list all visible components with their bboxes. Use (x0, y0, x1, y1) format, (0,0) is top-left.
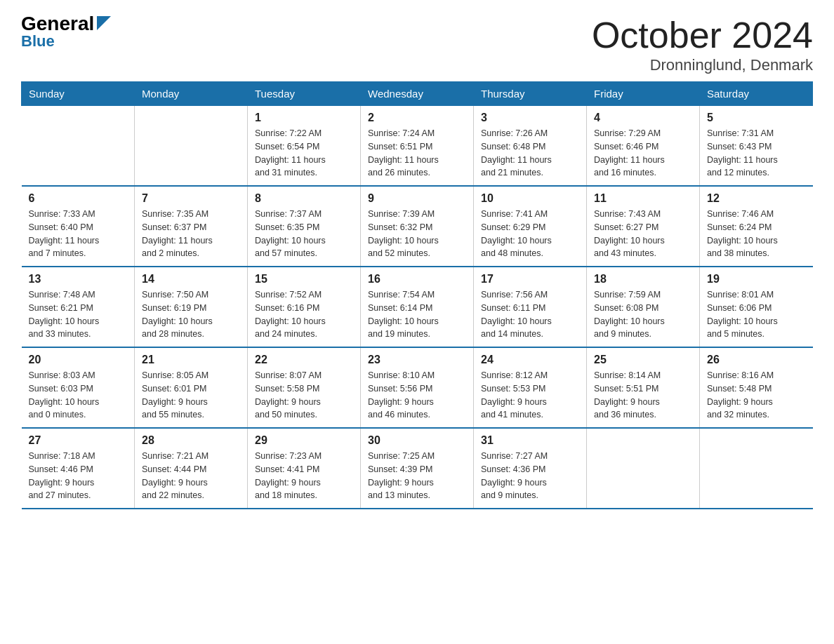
calendar-header-row: SundayMondayTuesdayWednesdayThursdayFrid… (22, 82, 813, 106)
day-info: Sunrise: 7:33 AMSunset: 6:40 PMDaylight:… (29, 208, 128, 260)
calendar-cell: 20Sunrise: 8:03 AMSunset: 6:03 PMDayligh… (22, 347, 135, 428)
day-info: Sunrise: 8:01 AMSunset: 6:06 PMDaylight:… (707, 288, 806, 341)
day-number: 19 (707, 273, 806, 286)
day-number: 8 (255, 192, 353, 205)
calendar-cell: 17Sunrise: 7:56 AMSunset: 6:11 PMDayligh… (474, 267, 587, 347)
header-wednesday: Wednesday (361, 82, 474, 106)
day-number: 4 (594, 112, 692, 124)
calendar-cell: 25Sunrise: 8:14 AMSunset: 5:51 PMDayligh… (587, 347, 700, 428)
calendar-cell: 18Sunrise: 7:59 AMSunset: 6:08 PMDayligh… (587, 267, 700, 347)
calendar-cell: 27Sunrise: 7:18 AMSunset: 4:46 PMDayligh… (22, 428, 135, 509)
day-info: Sunrise: 7:35 AMSunset: 6:37 PMDaylight:… (142, 208, 240, 260)
calendar-week-1: 1Sunrise: 7:22 AMSunset: 6:54 PMDaylight… (22, 106, 813, 187)
svg-marker-0 (97, 16, 111, 30)
day-info: Sunrise: 7:54 AMSunset: 6:14 PMDaylight:… (368, 288, 466, 341)
day-number: 18 (594, 273, 692, 286)
calendar-cell: 21Sunrise: 8:05 AMSunset: 6:01 PMDayligh… (135, 347, 248, 428)
day-info: Sunrise: 7:52 AMSunset: 6:16 PMDaylight:… (255, 288, 353, 341)
day-info: Sunrise: 7:50 AMSunset: 6:19 PMDaylight:… (142, 288, 240, 341)
calendar-cell: 30Sunrise: 7:25 AMSunset: 4:39 PMDayligh… (361, 428, 474, 509)
day-number: 30 (368, 434, 466, 447)
day-number: 11 (594, 192, 692, 205)
day-number: 21 (142, 354, 240, 366)
calendar-cell: 28Sunrise: 7:21 AMSunset: 4:44 PMDayligh… (135, 428, 248, 509)
calendar-cell (587, 428, 700, 509)
calendar-cell (135, 106, 248, 187)
day-number: 28 (142, 434, 240, 447)
calendar-week-3: 13Sunrise: 7:48 AMSunset: 6:21 PMDayligh… (22, 267, 813, 347)
calendar-cell: 2Sunrise: 7:24 AMSunset: 6:51 PMDaylight… (361, 106, 474, 187)
calendar-cell: 19Sunrise: 8:01 AMSunset: 6:06 PMDayligh… (700, 267, 813, 347)
title-block: October 2024 Dronninglund, Denmark (592, 14, 813, 74)
day-number: 22 (255, 354, 353, 366)
day-number: 16 (368, 273, 466, 286)
calendar-cell: 29Sunrise: 7:23 AMSunset: 4:41 PMDayligh… (248, 428, 361, 509)
calendar-cell (700, 428, 813, 509)
calendar-cell: 31Sunrise: 7:27 AMSunset: 4:36 PMDayligh… (474, 428, 587, 509)
day-info: Sunrise: 7:21 AMSunset: 4:44 PMDaylight:… (142, 450, 240, 502)
day-info: Sunrise: 7:48 AMSunset: 6:21 PMDaylight:… (29, 288, 128, 341)
day-number: 20 (29, 354, 128, 366)
day-info: Sunrise: 7:22 AMSunset: 6:54 PMDaylight:… (255, 127, 353, 180)
day-info: Sunrise: 7:41 AMSunset: 6:29 PMDaylight:… (481, 208, 579, 260)
day-info: Sunrise: 7:27 AMSunset: 4:36 PMDaylight:… (481, 450, 579, 502)
day-info: Sunrise: 7:23 AMSunset: 4:41 PMDaylight:… (255, 450, 353, 502)
day-info: Sunrise: 7:43 AMSunset: 6:27 PMDaylight:… (594, 208, 692, 260)
day-number: 15 (255, 273, 353, 286)
day-info: Sunrise: 8:14 AMSunset: 5:51 PMDaylight:… (594, 369, 692, 422)
calendar-cell: 26Sunrise: 8:16 AMSunset: 5:48 PMDayligh… (700, 347, 813, 428)
calendar-cell: 5Sunrise: 7:31 AMSunset: 6:43 PMDaylight… (700, 106, 813, 187)
day-number: 25 (594, 354, 692, 366)
calendar-cell: 23Sunrise: 8:10 AMSunset: 5:56 PMDayligh… (361, 347, 474, 428)
calendar-cell: 3Sunrise: 7:26 AMSunset: 6:48 PMDaylight… (474, 106, 587, 187)
header-monday: Monday (135, 82, 248, 106)
day-number: 6 (29, 192, 128, 205)
day-number: 26 (707, 354, 806, 366)
day-info: Sunrise: 7:26 AMSunset: 6:48 PMDaylight:… (481, 127, 579, 180)
day-info: Sunrise: 7:24 AMSunset: 6:51 PMDaylight:… (368, 127, 466, 180)
header-tuesday: Tuesday (248, 82, 361, 106)
day-info: Sunrise: 8:05 AMSunset: 6:01 PMDaylight:… (142, 369, 240, 422)
day-number: 9 (368, 192, 466, 205)
day-info: Sunrise: 7:29 AMSunset: 6:46 PMDaylight:… (594, 127, 692, 180)
day-info: Sunrise: 7:31 AMSunset: 6:43 PMDaylight:… (707, 127, 806, 180)
calendar-cell: 16Sunrise: 7:54 AMSunset: 6:14 PMDayligh… (361, 267, 474, 347)
calendar-cell: 1Sunrise: 7:22 AMSunset: 6:54 PMDaylight… (248, 106, 361, 187)
day-info: Sunrise: 8:07 AMSunset: 5:58 PMDaylight:… (255, 369, 353, 422)
day-number: 14 (142, 273, 240, 286)
header-sunday: Sunday (22, 82, 135, 106)
day-info: Sunrise: 7:39 AMSunset: 6:32 PMDaylight:… (368, 208, 466, 260)
page-title: October 2024 (592, 14, 813, 56)
calendar-cell: 11Sunrise: 7:43 AMSunset: 6:27 PMDayligh… (587, 186, 700, 267)
calendar-week-2: 6Sunrise: 7:33 AMSunset: 6:40 PMDaylight… (22, 186, 813, 267)
day-number: 2 (368, 112, 466, 124)
header-friday: Friday (587, 82, 700, 106)
day-number: 7 (142, 192, 240, 205)
day-number: 29 (255, 434, 353, 447)
day-number: 10 (481, 192, 579, 205)
calendar-cell: 10Sunrise: 7:41 AMSunset: 6:29 PMDayligh… (474, 186, 587, 267)
day-number: 27 (29, 434, 128, 447)
day-info: Sunrise: 8:12 AMSunset: 5:53 PMDaylight:… (481, 369, 579, 422)
day-number: 17 (481, 273, 579, 286)
day-number: 24 (481, 354, 579, 366)
calendar-table: SundayMondayTuesdayWednesdayThursdayFrid… (21, 81, 813, 509)
logo-arrow-icon (97, 16, 111, 30)
calendar-week-5: 27Sunrise: 7:18 AMSunset: 4:46 PMDayligh… (22, 428, 813, 509)
day-info: Sunrise: 7:18 AMSunset: 4:46 PMDaylight:… (29, 450, 128, 502)
calendar-cell: 12Sunrise: 7:46 AMSunset: 6:24 PMDayligh… (700, 186, 813, 267)
day-info: Sunrise: 7:59 AMSunset: 6:08 PMDaylight:… (594, 288, 692, 341)
calendar-cell: 9Sunrise: 7:39 AMSunset: 6:32 PMDaylight… (361, 186, 474, 267)
day-number: 23 (368, 354, 466, 366)
logo-text-blue: Blue (21, 32, 55, 51)
logo: General Blue (21, 14, 111, 51)
day-number: 13 (29, 273, 128, 286)
day-number: 12 (707, 192, 806, 205)
page-header: General Blue October 2024 Dronninglund, … (21, 14, 813, 74)
day-number: 31 (481, 434, 579, 447)
logo-text-black: General (21, 14, 94, 34)
page-subtitle: Dronninglund, Denmark (592, 56, 813, 74)
day-number: 5 (707, 112, 806, 124)
day-info: Sunrise: 7:46 AMSunset: 6:24 PMDaylight:… (707, 208, 806, 260)
day-info: Sunrise: 7:37 AMSunset: 6:35 PMDaylight:… (255, 208, 353, 260)
